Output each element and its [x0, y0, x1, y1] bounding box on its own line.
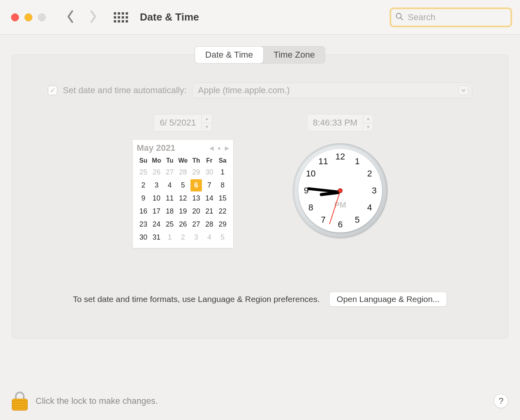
calendar-day[interactable]: 7 [203, 179, 216, 192]
calendar-day[interactable]: 12 [176, 192, 189, 205]
calendar-month-year: May 2021 [137, 143, 175, 153]
calendar-day[interactable]: 17 [150, 205, 163, 218]
lock-hint-text: Click the lock to make changes. [36, 396, 158, 406]
stepper-up-icon[interactable]: ▲ [363, 114, 373, 123]
calendar-day[interactable]: 31 [150, 231, 163, 244]
auto-set-checkbox[interactable]: ✓ [48, 86, 57, 95]
preferences-panel: Date & Time Time Zone ✓ Set date and tim… [12, 54, 508, 339]
stepper-down-icon[interactable]: ▼ [363, 123, 373, 131]
calendar-day[interactable]: 24 [150, 218, 163, 231]
calendar-day[interactable]: 1 [216, 166, 229, 179]
clock-number: 11 [318, 156, 328, 167]
calendar-today-icon[interactable]: ● [218, 145, 221, 151]
time-stepper-value: 8:46:33 PM [307, 114, 363, 131]
calendar-day[interactable]: 10 [150, 192, 163, 205]
calendar-day[interactable]: 25 [163, 218, 176, 231]
stepper-up-icon[interactable]: ▲ [202, 114, 212, 123]
auto-set-row: ✓ Set date and time automatically: Apple… [48, 82, 472, 98]
calendar-dow: Fr [203, 156, 216, 166]
time-column: 8:46:33 PM ▲ ▼ PM 121234567891011 [293, 114, 388, 248]
time-server-combo[interactable]: Apple (time.apple.com.) [192, 82, 472, 98]
footer: Click the lock to make changes. ? [12, 392, 508, 411]
calendar-day[interactable]: 5 [216, 231, 229, 244]
calendar-day[interactable]: 8 [216, 179, 229, 192]
clock-number: 12 [335, 152, 345, 162]
calendar-day[interactable]: 18 [163, 205, 176, 218]
calendar-day[interactable]: 1 [163, 231, 176, 244]
chevron-down-icon [458, 85, 469, 96]
calendar-day[interactable]: 25 [137, 166, 150, 179]
search-icon [395, 12, 408, 22]
clock-number: 6 [338, 219, 343, 230]
calendar-day[interactable]: 9 [137, 192, 150, 205]
format-hint-text: To set date and time formats, use Langua… [73, 294, 320, 304]
calendar-day[interactable]: 2 [137, 179, 150, 192]
time-server-value: Apple (time.apple.com.) [198, 85, 290, 96]
window-controls [11, 13, 46, 21]
tab-time-zone[interactable]: Time Zone [263, 47, 325, 63]
calendar-day[interactable]: 3 [150, 179, 163, 192]
calendar-day[interactable]: 15 [216, 192, 229, 205]
calendar-day[interactable]: 29 [190, 166, 203, 179]
time-stepper[interactable]: 8:46:33 PM ▲ ▼ [307, 114, 374, 131]
calendar-day[interactable]: 21 [203, 205, 216, 218]
tab-bar: Date & Time Time Zone [194, 46, 325, 64]
calendar-day[interactable]: 27 [190, 218, 203, 231]
calendar-day[interactable]: 4 [203, 231, 216, 244]
lock-button[interactable] [12, 392, 28, 411]
date-stepper[interactable]: 6/ 5/2021 ▲ ▼ [154, 114, 212, 131]
back-button[interactable] [66, 9, 76, 26]
calendar-day[interactable]: 26 [150, 166, 163, 179]
calendar-day[interactable]: 28 [203, 218, 216, 231]
nav-arrows [66, 9, 98, 26]
tab-date-time[interactable]: Date & Time [195, 47, 263, 63]
calendar-day[interactable]: 26 [176, 218, 189, 231]
calendar-day[interactable]: 22 [216, 205, 229, 218]
date-column: 6/ 5/2021 ▲ ▼ May 2021 ◀ ● ▶ SuMoTuWeThF… [132, 114, 234, 248]
calendar-day[interactable]: 13 [190, 192, 203, 205]
forward-button[interactable] [88, 9, 98, 26]
analog-clock: PM 121234567891011 [293, 143, 388, 238]
calendar-day[interactable]: 28 [176, 166, 189, 179]
help-button[interactable]: ? [494, 394, 508, 408]
calendar-day[interactable]: 6 [190, 179, 202, 191]
calendar-dow: We [176, 156, 189, 166]
calendar-body: 2526272829301234567891011121314151617181… [137, 166, 229, 244]
date-stepper-controls[interactable]: ▲ ▼ [202, 114, 212, 131]
calendar-day[interactable]: 3 [190, 231, 203, 244]
calendar-day[interactable]: 23 [137, 218, 150, 231]
close-window-button[interactable] [11, 13, 19, 21]
calendar-day[interactable]: 14 [203, 192, 216, 205]
zoom-window-button[interactable] [38, 13, 46, 21]
calendar-day[interactable]: 30 [137, 231, 150, 244]
stepper-down-icon[interactable]: ▼ [202, 123, 212, 131]
clock-number: 8 [308, 202, 313, 213]
calendar[interactable]: May 2021 ◀ ● ▶ SuMoTuWeThFrSa 2526272829… [132, 139, 234, 248]
calendar-next-icon[interactable]: ▶ [225, 145, 229, 151]
date-stepper-value: 6/ 5/2021 [154, 114, 202, 131]
calendar-prev-icon[interactable]: ◀ [209, 145, 214, 151]
clock-number: 7 [321, 215, 326, 225]
calendar-dow: Su [137, 156, 150, 166]
calendar-day[interactable]: 2 [176, 231, 189, 244]
auto-set-label: Set date and time automatically: [63, 85, 187, 96]
calendar-day[interactable]: 4 [163, 179, 176, 192]
calendar-day[interactable]: 27 [163, 166, 176, 179]
format-hint-row: To set date and time formats, use Langua… [12, 292, 508, 307]
calendar-day[interactable]: 19 [176, 205, 189, 218]
calendar-day[interactable]: 5 [176, 179, 189, 192]
minimize-window-button[interactable] [24, 13, 32, 21]
calendar-day[interactable]: 20 [190, 205, 203, 218]
calendar-day[interactable]: 16 [137, 205, 150, 218]
time-stepper-controls[interactable]: ▲ ▼ [363, 114, 373, 131]
search-field[interactable] [390, 8, 512, 27]
show-all-button[interactable] [114, 12, 128, 22]
calendar-day[interactable]: 29 [216, 218, 229, 231]
calendar-dow: Sa [216, 156, 229, 166]
clock-number: 10 [306, 169, 315, 179]
open-language-region-button[interactable]: Open Language & Region... [329, 292, 447, 307]
calendar-day[interactable]: 30 [203, 166, 216, 179]
svg-line-1 [401, 17, 403, 20]
search-input[interactable] [408, 12, 507, 22]
calendar-day[interactable]: 11 [163, 192, 176, 205]
